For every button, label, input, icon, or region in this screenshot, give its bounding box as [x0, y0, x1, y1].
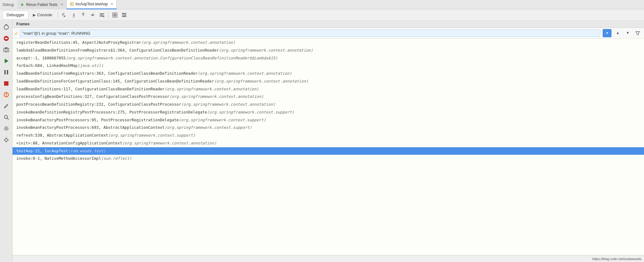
stack-frame-5[interactable]: loadBeanDefinitionsForConfigurationClass…	[13, 78, 644, 85]
thread-up-button[interactable]: ▲	[614, 29, 621, 37]
svg-rect-7	[113, 13, 115, 15]
stack-method-5: loadBeanDefinitionsForConfigurationClass…	[16, 78, 214, 84]
thread-filter-button[interactable]	[634, 29, 641, 37]
stack-frame-2[interactable]: accept:-1, 1600667055 (org.springframewo…	[13, 54, 644, 62]
locaop-tab-close[interactable]: ✕	[110, 2, 113, 6]
tab-bar: Debug: Rerun Failed Tests ✕ locAopTest.t…	[0, 0, 644, 9]
frames-label: Frames	[16, 22, 30, 26]
sidebar-pause-icon[interactable]	[1, 67, 12, 78]
run-to-cursor-btn[interactable]	[88, 11, 97, 19]
stack-method-2: accept:-1, 1600667055	[16, 55, 66, 61]
stack-pkg-15: (sun.reflect)	[101, 156, 132, 162]
stack-frame-4[interactable]: loadBeanDefinitionsFromRegistrars:363, C…	[13, 70, 644, 78]
locaop-tab-icon	[70, 2, 74, 6]
status-bar: https://blog.csdn.net/sodawoods	[13, 255, 644, 262]
stack-method-3: forEach:684, LinkedHashMap	[16, 63, 78, 69]
content-area: Frames ✔ "main"@1 in group "main": RUNNI…	[13, 21, 644, 262]
sidebar-refresh-icon[interactable]	[1, 22, 12, 33]
stack-pkg-3: (java.util)	[78, 63, 104, 69]
console-icon: ▶	[33, 13, 36, 17]
step-over-btn[interactable]	[60, 11, 69, 19]
main-area: Frames ✔ "main"@1 in group "main": RUNNI…	[0, 21, 644, 262]
restore-layout-btn[interactable]	[110, 11, 119, 19]
svg-rect-4	[100, 13, 104, 14]
sidebar-camera-icon[interactable]	[1, 44, 12, 55]
thread-status-icon: ✔	[15, 31, 18, 36]
debug-label: Debug:	[3, 3, 15, 7]
svg-rect-14	[123, 13, 124, 14]
stack-frame-3[interactable]: forEach:684, LinkedHashMap (java.util)	[13, 62, 644, 70]
sidebar-stop-square-icon[interactable]	[1, 78, 12, 89]
thread-dropdown-button[interactable]: ▼	[603, 29, 611, 37]
console-tab[interactable]: ▶ Console	[29, 11, 56, 19]
sidebar-play-icon[interactable]	[1, 56, 12, 66]
stack-pkg-0: (org.springframework.context.annotation)	[141, 40, 235, 46]
stack-pkg-13: (org.springframework.context.annotation)	[122, 140, 217, 146]
svg-rect-26	[4, 81, 8, 86]
stack-frame-15[interactable]: invoke:0-1, NativeMethodAccessorImpl (su…	[13, 155, 644, 163]
evaluate-btn[interactable]	[98, 11, 106, 19]
left-sidebar	[0, 21, 13, 262]
sidebar-edit-icon[interactable]	[1, 101, 12, 111]
svg-rect-12	[122, 15, 126, 15]
svg-marker-3	[71, 3, 73, 5]
stack-pkg-7: (org.springframework.context.annotation)	[169, 94, 263, 100]
stack-method-13: <init>:88, AnnotationConfigApplicationCo…	[16, 140, 122, 146]
stack-frame-14[interactable]: testAop:21, locAopTest (com.woods.test)	[13, 147, 644, 155]
tab-locaoptest[interactable]: locAopTest.testAop ✕	[67, 0, 117, 9]
stack-frame-13[interactable]: <init>:88, AnnotationConfigApplicationCo…	[13, 139, 644, 147]
step-out-btn[interactable]	[79, 11, 88, 19]
svg-point-29	[6, 96, 6, 96]
svg-rect-11	[122, 13, 126, 14]
sidebar-stop-icon[interactable]	[1, 33, 12, 44]
svg-rect-19	[5, 38, 8, 39]
stack-frame-9[interactable]: invokeBeanDefinitionRegistryPostProcesso…	[13, 108, 644, 116]
debugger-tab[interactable]: Debugger	[3, 11, 28, 19]
sidebar-debug-icon[interactable]	[1, 89, 12, 100]
thread-selector: ✔ "main"@1 in group "main": RUNNING ▼ ▲ …	[13, 28, 644, 39]
stack-pkg-9: (org.springframework.context.support)	[207, 109, 294, 115]
svg-rect-9	[113, 15, 115, 17]
console-label: Console	[37, 13, 52, 17]
stack-pkg-8: (org.springframework.context.annotation)	[181, 102, 275, 108]
stack-pkg-5: (org.springframework.context.annotation)	[214, 78, 308, 84]
svg-line-31	[7, 118, 8, 119]
stack-pkg-1: (org.springframework.context.annotation)	[219, 48, 313, 53]
stack-frame-6[interactable]: loadBeanDefinitions:117, ConfigurationCl…	[13, 85, 644, 93]
stack-frame-1[interactable]: lambda$loadBeanDefinitionsFromRegistrars…	[13, 47, 644, 54]
toolbar: Debugger ▶ Console	[0, 9, 644, 21]
debugger-label: Debugger	[7, 13, 24, 17]
stack-list[interactable]: registerBeanDefinitions:45, AspectJAutoP…	[13, 39, 644, 255]
stack-pkg-4: (org.springframework.context.annotation)	[197, 71, 292, 77]
stack-pkg-12: (org.springframework.context.support)	[108, 133, 195, 139]
tab-rerun-failed-tests[interactable]: Rerun Failed Tests ✕	[17, 0, 67, 9]
stack-method-11: invokeBeanFactoryPostProcessors:693, Abs…	[16, 125, 165, 131]
stack-frame-10[interactable]: invokeBeanFactoryPostProcessors:95, Post…	[13, 116, 644, 124]
sidebar-gear-icon[interactable]	[1, 123, 12, 134]
toolbar-divider-1	[58, 12, 58, 18]
step-into-btn[interactable]	[69, 11, 78, 19]
stack-frame-8[interactable]: postProcessBeanDefinitionRegistry:232, C…	[13, 101, 644, 108]
svg-rect-25	[7, 70, 8, 74]
svg-rect-10	[115, 15, 117, 17]
thread-down-button[interactable]: ▼	[624, 29, 631, 37]
stack-method-6: loadBeanDefinitions:117, ConfigurationCl…	[16, 86, 165, 92]
sidebar-pin-icon[interactable]	[1, 134, 12, 145]
svg-marker-0	[21, 3, 24, 6]
sidebar-lens-icon[interactable]	[1, 112, 12, 123]
svg-point-21	[5, 49, 8, 51]
frames-header: Frames	[13, 21, 644, 28]
stack-pkg-6: (org.springframework.context.annotation)	[165, 86, 259, 92]
rerun-tab-icon	[20, 3, 25, 7]
stack-frame-7[interactable]: processConfigBeanDefinitions:327, Config…	[13, 93, 644, 101]
stack-method-10: invokeBeanFactoryPostProcessors:95, Post…	[16, 117, 179, 123]
stack-frame-12[interactable]: refresh:530, AbstractApplicationContext …	[13, 132, 644, 139]
stack-frame-0[interactable]: registerBeanDefinitions:45, AspectJAutoP…	[13, 39, 644, 47]
rerun-tab-close[interactable]: ✕	[60, 3, 63, 7]
stack-method-4: loadBeanDefinitionsFromRegistrars:363, C…	[16, 71, 197, 77]
stack-frame-11[interactable]: invokeBeanFactoryPostProcessors:693, Abs…	[13, 124, 644, 132]
settings-layout-btn[interactable]	[120, 11, 129, 19]
stack-method-0: registerBeanDefinitions:45, AspectJAutoP…	[16, 40, 141, 46]
svg-rect-8	[115, 13, 117, 15]
stack-pkg-11: (org.springframework.context.support)	[165, 125, 252, 131]
